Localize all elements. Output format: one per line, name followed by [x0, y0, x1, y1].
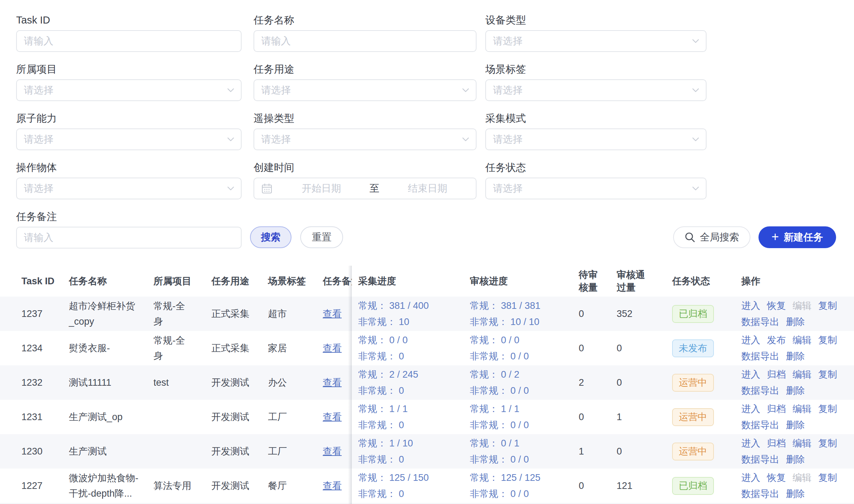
action-link[interactable]: 发布 [767, 335, 786, 345]
view-remark-link[interactable]: 查看 [323, 343, 342, 353]
view-remark-link[interactable]: 查看 [323, 412, 342, 422]
plus-icon: + [771, 231, 779, 243]
action-link[interactable]: 归档 [767, 404, 786, 414]
action-link[interactable]: 进入 [741, 369, 760, 380]
filter-field: 创建时间开始日期至结束日期 [254, 161, 477, 199]
global-search-button[interactable]: 全局搜索 [673, 226, 750, 248]
remark-cell: 查看 [323, 479, 352, 492]
status-cell: 已归档 [672, 305, 741, 323]
select-placeholder: 请选择 [486, 133, 692, 146]
collect-progress-cell: 常规： 1 / 1非常规： 0 [358, 401, 470, 433]
action-link[interactable]: 删除 [786, 454, 805, 465]
collect-progress-cell: 常规： 1 / 10非常规： 0 [358, 435, 470, 467]
action-link[interactable]: 复制 [818, 300, 837, 311]
pending-review-count-cell: 1 [579, 446, 617, 457]
action-link[interactable]: 复制 [818, 335, 837, 345]
row-scroll-section: 常规： 0 / 0非常规： 0常规： 0 / 0非常规： 0 / 000未发布进… [352, 331, 854, 365]
view-remark-link[interactable]: 查看 [323, 377, 342, 388]
filter-select[interactable]: 请选择 [485, 79, 707, 101]
filter-text-input[interactable] [254, 30, 477, 52]
action-link[interactable]: 恢复 [767, 300, 786, 311]
row-scroll-section: 常规： 1 / 10非常规： 0常规： 0 / 1非常规： 0 / 010运营中… [352, 434, 854, 469]
action-link[interactable]: 删除 [786, 317, 805, 327]
action-link[interactable]: 进入 [741, 404, 760, 414]
action-link[interactable]: 复制 [818, 369, 837, 380]
filter-select[interactable]: 请选择 [485, 30, 707, 52]
status-cell: 未发布 [672, 339, 741, 357]
approved-count-cell: 0 [617, 446, 672, 457]
filter-select[interactable]: 请选择 [254, 128, 477, 150]
action-link[interactable]: 删除 [786, 489, 805, 499]
new-task-button[interactable]: + 新建任务 [758, 226, 836, 248]
action-link[interactable]: 恢复 [767, 472, 786, 483]
actions-cell: 进入发布编辑复制数据导出删除 [741, 332, 854, 364]
action-link[interactable]: 复制 [818, 472, 837, 483]
action-link[interactable]: 复制 [818, 404, 837, 414]
action-link[interactable]: 数据导出 [741, 489, 779, 499]
action-link[interactable]: 删除 [786, 420, 805, 430]
action-link[interactable]: 数据导出 [741, 317, 779, 327]
action-link[interactable]: 进入 [741, 335, 760, 345]
review-progress-cell: 常规： 0 / 2非常规： 0 / 0 [470, 366, 579, 399]
action-link[interactable]: 进入 [741, 472, 760, 483]
action-link[interactable]: 数据导出 [741, 454, 779, 465]
action-link: 编辑 [793, 300, 812, 311]
filter-label: 场景标签 [485, 63, 707, 75]
actions-cell: 进入归档编辑复制数据导出删除 [741, 401, 854, 433]
project-cell: test [153, 375, 211, 390]
collect-progress-cell: 常规： 2 / 245非常规： 0 [358, 366, 470, 399]
view-remark-link[interactable]: 查看 [323, 309, 342, 319]
table-header: Task ID任务名称所属项目任务用途场景标签任务备注采集进度审核进度待审核量审… [0, 266, 854, 297]
status-badge: 运营中 [672, 374, 714, 392]
action-link[interactable]: 进入 [741, 438, 760, 449]
filter-select[interactable]: 请选择 [485, 178, 707, 199]
action-link[interactable]: 归档 [767, 369, 786, 380]
action-line: 进入恢复编辑复制 [741, 298, 854, 314]
action-link[interactable]: 删除 [786, 385, 805, 396]
action-link[interactable]: 删除 [786, 351, 805, 362]
action-line: 进入发布编辑复制 [741, 332, 854, 348]
filter-select[interactable]: 请选择 [16, 128, 242, 150]
project-cell: 常规-全身 [153, 333, 211, 364]
filter-select[interactable]: 请选择 [16, 79, 242, 101]
action-link[interactable]: 复制 [818, 438, 837, 449]
filter-label: 原子能力 [16, 112, 242, 124]
action-link[interactable]: 归档 [767, 438, 786, 449]
action-link[interactable]: 编辑 [793, 369, 812, 380]
action-link[interactable]: 编辑 [793, 438, 812, 449]
view-remark-link[interactable]: 查看 [323, 446, 342, 457]
filter-select[interactable]: 请选择 [16, 178, 242, 199]
task-table: Task ID任务名称所属项目任务用途场景标签任务备注采集进度审核进度待审核量审… [0, 266, 854, 504]
filter-daterange[interactable]: 开始日期至结束日期 [254, 178, 477, 199]
filter-label: 所属项目 [16, 63, 242, 75]
action-link[interactable]: 数据导出 [741, 351, 779, 362]
row-scroll-section: 常规： 1 / 1非常规： 0常规： 1 / 1非常规： 0 / 001运营中进… [352, 400, 854, 434]
action-link[interactable]: 编辑 [793, 335, 812, 345]
filter-select[interactable]: 请选择 [254, 79, 477, 101]
filter-field: 遥操类型请选择 [254, 112, 477, 150]
filter-text-input[interactable] [16, 30, 242, 52]
action-link[interactable]: 进入 [741, 300, 760, 311]
action-link[interactable]: 数据导出 [741, 385, 779, 396]
reset-button[interactable]: 重置 [300, 226, 343, 248]
action-link[interactable]: 编辑 [793, 404, 812, 414]
task-name-cell: 超市冷鲜柜补货_copy [69, 298, 153, 329]
table-row: 1227微波炉加热食物-干扰-depth降...算法专用开发测试餐厅查看常规： … [0, 469, 854, 503]
filter-select[interactable]: 请选择 [485, 128, 707, 150]
col-header-scene: 场景标签 [268, 275, 323, 287]
col-header-collect: 采集进度 [358, 275, 470, 287]
scene-tag-cell: 餐厅 [268, 479, 323, 492]
action-line: 数据导出删除 [741, 486, 854, 502]
filter-text-input[interactable] [16, 227, 242, 248]
status-badge: 运营中 [672, 443, 714, 460]
action-link[interactable]: 数据导出 [741, 420, 779, 430]
approved-count-cell: 0 [617, 343, 672, 354]
remark-cell: 查看 [323, 307, 352, 320]
select-placeholder: 请选择 [254, 84, 462, 97]
search-button[interactable]: 搜索 [250, 226, 291, 248]
view-remark-link[interactable]: 查看 [323, 480, 342, 491]
scene-tag-cell: 办公 [268, 376, 323, 389]
filter-field: 任务名称 [254, 14, 477, 52]
task-name-cell: 微波炉加热食物-干扰-depth降... [69, 470, 153, 501]
actions-cell: 进入归档编辑复制数据导出删除 [741, 366, 854, 399]
